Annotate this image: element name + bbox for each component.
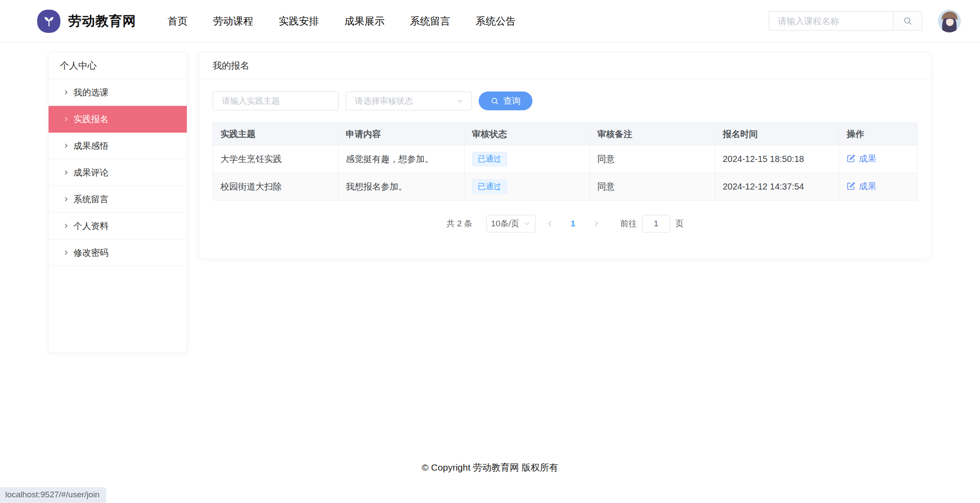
personal-center-sidebar: 个人中心 我的选课 实践报名 成果感悟 成果评论 — [48, 52, 187, 353]
cell-remark: 同意 — [590, 173, 715, 200]
nav-messages[interactable]: 系统留言 — [410, 14, 450, 28]
browser-link-preview: localhost:9527/#/user/join — [0, 487, 106, 503]
nav-courses[interactable]: 劳动课程 — [213, 14, 253, 28]
query-button[interactable]: 查询 — [479, 91, 532, 110]
goto-label: 前往 — [620, 218, 637, 229]
next-page-button[interactable] — [588, 215, 605, 232]
result-link[interactable]: 成果 — [847, 153, 876, 165]
brand[interactable]: 劳动教育网 — [37, 10, 136, 33]
sidebar-item-label: 实践报名 — [74, 113, 108, 125]
query-button-label: 查询 — [503, 95, 521, 107]
page-number-1[interactable]: 1 — [564, 215, 582, 232]
sidebar-item-system-messages[interactable]: 系统留言 — [49, 186, 187, 213]
nav-announcements[interactable]: 系统公告 — [476, 14, 516, 28]
cell-time: 2024-12-12 14:37:54 — [715, 173, 839, 200]
prev-page-button[interactable] — [542, 215, 558, 232]
cell-topic: 校园街道大扫除 — [213, 173, 339, 200]
result-link[interactable]: 成果 — [847, 180, 876, 192]
chevron-right-icon — [63, 143, 69, 149]
table-header-row: 实践主题 申请内容 审核状态 审核备注 报名时间 操作 — [213, 123, 917, 145]
status-badge: 已通过 — [472, 152, 507, 166]
page-size-label: 10条/页 — [491, 218, 519, 229]
sidebar-item-label: 系统留言 — [74, 193, 108, 205]
brand-title: 劳动教育网 — [68, 12, 136, 30]
chevron-down-icon — [456, 97, 464, 105]
top-navbar: 劳动教育网 首页 劳动课程 实践安排 成果展示 系统留言 系统公告 — [0, 0, 980, 42]
main-nav: 首页 劳动课程 实践安排 成果展示 系统留言 系统公告 — [168, 14, 516, 28]
status-badge: 已通过 — [472, 179, 507, 194]
chevron-left-icon — [546, 220, 554, 228]
sidebar-item-practice-signup[interactable]: 实践报名 — [49, 106, 187, 133]
cell-time: 2024-12-15 18:50:18 — [715, 145, 839, 173]
cell-status: 已通过 — [464, 173, 590, 200]
chevron-right-icon — [63, 196, 69, 202]
nav-home[interactable]: 首页 — [168, 14, 188, 28]
chevron-right-icon — [592, 220, 600, 228]
signup-table: 实践主题 申请内容 审核状态 审核备注 报名时间 操作 大学生烹饪实践 感觉挺有… — [213, 123, 917, 200]
nav-practice[interactable]: 实践安排 — [279, 14, 319, 28]
sidebar-item-label: 我的选课 — [74, 87, 108, 98]
page-size-select[interactable]: 10条/页 — [486, 215, 536, 232]
sidebar-title: 个人中心 — [49, 53, 187, 79]
sidebar-item-achievement-reflections[interactable]: 成果感悟 — [49, 133, 187, 159]
col-audit-remark: 审核备注 — [590, 123, 715, 145]
search-icon — [490, 97, 499, 106]
result-link-label: 成果 — [859, 180, 876, 192]
goto-page-input[interactable] — [642, 215, 670, 232]
panel-title: 我的报名 — [199, 53, 931, 79]
table-row: 校园街道大扫除 我想报名参加。 已通过 同意 2024-12-12 14:37:… — [213, 173, 917, 200]
cell-remark: 同意 — [590, 145, 715, 173]
header-search — [769, 11, 922, 31]
chevron-right-icon — [63, 223, 69, 229]
pagination-total: 共 2 条 — [446, 218, 472, 229]
search-icon — [903, 16, 913, 26]
table-row: 大学生烹饪实践 感觉挺有趣，想参加。 已通过 同意 2024-12-15 18:… — [213, 145, 917, 173]
cell-action: 成果 — [839, 173, 917, 200]
sprout-logo-icon — [37, 10, 60, 33]
col-audit-status: 审核状态 — [464, 123, 590, 145]
cell-topic: 大学生烹饪实践 — [213, 145, 339, 173]
practice-topic-input[interactable] — [213, 91, 339, 110]
signup-table-wrap: 实践主题 申请内容 审核状态 审核备注 报名时间 操作 大学生烹饪实践 感觉挺有… — [199, 110, 931, 200]
sidebar-item-profile[interactable]: 个人资料 — [49, 213, 187, 239]
course-search-input[interactable] — [769, 11, 893, 31]
select-placeholder: 请选择审核状态 — [355, 95, 413, 107]
col-application-content: 申请内容 — [338, 123, 464, 145]
user-avatar[interactable] — [938, 10, 961, 32]
chevron-right-icon — [63, 169, 69, 176]
sidebar-item-label: 个人资料 — [74, 220, 108, 232]
nav-achievements[interactable]: 成果展示 — [344, 14, 385, 28]
sidebar-item-achievement-comments[interactable]: 成果评论 — [49, 159, 187, 186]
filter-row: 请选择审核状态 查询 — [199, 79, 931, 110]
edit-icon — [847, 182, 855, 190]
page-unit-label: 页 — [676, 218, 684, 229]
header-search-button[interactable] — [893, 11, 922, 31]
col-practice-topic: 实践主题 — [213, 123, 339, 145]
cell-action: 成果 — [839, 145, 917, 173]
pagination: 共 2 条 10条/页 1 前往 页 — [199, 215, 931, 232]
copyright-footer: © Copyright 劳动教育网 版权所有 — [0, 461, 980, 474]
sidebar-item-change-password[interactable]: 修改密码 — [49, 239, 187, 266]
cell-status: 已通过 — [464, 145, 590, 173]
cell-content: 感觉挺有趣，想参加。 — [338, 145, 464, 173]
chevron-down-icon — [524, 220, 531, 227]
result-link-label: 成果 — [859, 153, 876, 165]
chevron-right-icon — [63, 250, 69, 256]
col-actions: 操作 — [839, 123, 917, 145]
my-signup-panel: 我的报名 请选择审核状态 查询 — [199, 52, 931, 259]
edit-icon — [847, 154, 855, 163]
chevron-right-icon — [63, 89, 69, 95]
col-signup-time: 报名时间 — [715, 123, 839, 145]
audit-status-select[interactable]: 请选择审核状态 — [346, 91, 472, 110]
sidebar-item-label: 成果评论 — [74, 167, 108, 179]
cell-content: 我想报名参加。 — [338, 173, 464, 200]
chevron-right-icon — [63, 116, 69, 122]
sidebar-item-label: 成果感悟 — [74, 140, 108, 152]
sidebar-item-label: 修改密码 — [74, 247, 108, 259]
sidebar-item-my-courses[interactable]: 我的选课 — [49, 79, 187, 106]
